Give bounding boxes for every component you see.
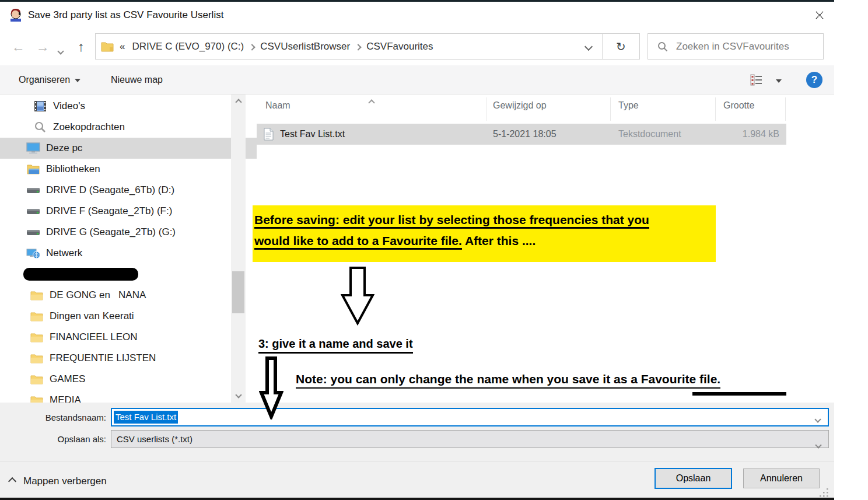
- highlight-annotation: Before saving: edit your list by selecti…: [253, 205, 716, 262]
- drive-icon: [26, 206, 41, 216]
- navigation-bar: ← → ↑ « DRIVE C (EVO_970) (C:) CSVUserli…: [0, 28, 834, 65]
- column-divider[interactable]: [486, 97, 487, 121]
- scroll-down-icon[interactable]: [231, 389, 246, 401]
- folder-icon: [29, 396, 44, 403]
- videos-icon: [33, 101, 48, 111]
- forward-icon[interactable]: →: [33, 28, 52, 65]
- folder-icon: [29, 354, 44, 363]
- filename-label: Bestandsnaam:: [0, 412, 106, 422]
- address-bar[interactable]: « DRIVE C (EVO_970) (C:) CSVUserlistBrow…: [95, 33, 640, 60]
- file-modified: 5-1-2021 18:05: [493, 124, 556, 145]
- column-divider[interactable]: [785, 97, 786, 121]
- close-icon: [815, 11, 824, 20]
- search-placeholder: Zoeken in CSVFavourites: [676, 41, 789, 53]
- organise-button[interactable]: Organiseren: [19, 65, 80, 94]
- details-view-icon[interactable]: [750, 74, 763, 86]
- cancel-button[interactable]: Annuleren: [743, 468, 820, 488]
- column-header-type[interactable]: Type: [618, 100, 639, 111]
- computer-icon: [26, 142, 41, 154]
- breadcrumb-separator-icon: [356, 41, 360, 52]
- breadcrumb-item-csvuserlistbrowser[interactable]: CSVUserlistBrowser: [260, 41, 350, 53]
- scroll-up-icon[interactable]: [231, 96, 246, 109]
- sidebar-item-dingen-van-keerati[interactable]: Dingen van Keerati: [0, 306, 260, 327]
- sidebar-item-frequentie-lijsten[interactable]: FREQUENTIE LIJSTEN: [0, 348, 260, 369]
- command-toolbar: Organiseren Nieuwe map ?: [0, 65, 834, 95]
- sidebar-item-games[interactable]: GAMES: [0, 369, 260, 390]
- folder-icon: [29, 291, 44, 300]
- save-button[interactable]: Opslaan: [654, 468, 732, 489]
- save-dialog-window: Save 3rd party list as CSV Favourite Use…: [0, 0, 868, 500]
- sidebar-item-bibliotheken[interactable]: Bibliotheken: [0, 159, 257, 180]
- text-document-icon: [264, 128, 274, 141]
- sidebar-item-deze-pc[interactable]: Deze pc: [0, 138, 257, 159]
- sidebar-item-de-gong-en-nana[interactable]: DE GONG en NANA: [0, 285, 260, 306]
- hide-folders-button[interactable]: Mappen verbergen: [9, 471, 107, 491]
- sidebar-item-drive-d[interactable]: DRIVE D (Seagate_6Tb) (D:): [0, 180, 257, 201]
- title-bar: Save 3rd party list as CSV Favourite Use…: [0, 2, 834, 28]
- scrollbar-thumb[interactable]: [232, 271, 244, 313]
- sort-ascending-icon: [369, 97, 374, 107]
- chevron-down-icon[interactable]: [816, 414, 820, 424]
- view-dropdown-icon[interactable]: [771, 75, 782, 86]
- sidebar-scrollbar[interactable]: [231, 95, 246, 403]
- column-divider[interactable]: [610, 97, 611, 121]
- drive-icon: [26, 227, 41, 237]
- up-icon[interactable]: ↑: [71, 28, 91, 65]
- filename-selected-text: Test Fav List.txt: [114, 411, 178, 424]
- folder-icon: [29, 312, 44, 321]
- file-row[interactable]: Test Fav List.txt 5-1-2021 18:05 Tekstdo…: [257, 124, 786, 145]
- resize-grip-icon[interactable]: [819, 488, 830, 497]
- search-input[interactable]: Zoeken in CSVFavourites: [648, 33, 824, 60]
- chevron-down-icon[interactable]: [816, 436, 821, 453]
- sidebar-item-videos[interactable]: Video's: [0, 96, 264, 117]
- column-header-gewijzigd-op[interactable]: Gewijzigd op: [493, 100, 547, 111]
- close-button[interactable]: [807, 5, 832, 25]
- redaction-bar: [23, 268, 138, 281]
- history-chevron-icon[interactable]: [58, 46, 63, 56]
- window-bottom-edge: [0, 498, 834, 500]
- drive-icon: [26, 185, 41, 195]
- step3-annotation: 3: give it a name and save it: [258, 337, 413, 354]
- address-dropdown-icon[interactable]: [586, 41, 592, 52]
- folder-icon: [101, 41, 114, 52]
- sidebar-item-drive-g[interactable]: DRIVE G (Seagate_2Tb) (G:): [0, 222, 257, 243]
- breadcrumb-item-csvfavourites[interactable]: CSVFavourites: [366, 41, 433, 53]
- caret-down-icon: [75, 79, 80, 82]
- save-as-type-select[interactable]: CSV userlists (*.txt): [111, 430, 829, 448]
- filename-input[interactable]: Test Fav List.txt: [111, 408, 829, 426]
- save-form-pane: Bestandsnaam: Test Fav List.txt Opslaan …: [0, 403, 834, 498]
- highlight-line2-underlined: would like to add to a Favourite file.: [254, 234, 462, 250]
- sidebar-item-financieel-leon[interactable]: FINANCIEEL LEON: [0, 327, 260, 348]
- refresh-icon[interactable]: ↻: [603, 40, 639, 54]
- window-title: Save 3rd party list as CSV Favourite Use…: [28, 2, 223, 28]
- breadcrumb-item-drive-c[interactable]: DRIVE C (EVO_970) (C:): [132, 41, 244, 53]
- sidebar-item-zoekopdrachten[interactable]: Zoekopdrachten: [0, 117, 264, 138]
- chevron-up-icon: [8, 477, 16, 485]
- search-icon: [33, 121, 48, 133]
- sidebar-item-media[interactable]: MEDIA: [0, 390, 260, 403]
- sidebar-item-drive-f[interactable]: DRIVE F (Seagate_2Tb) (F:): [0, 201, 257, 222]
- app-icon: [8, 7, 23, 22]
- search-icon: [657, 41, 668, 52]
- help-button[interactable]: ?: [806, 72, 822, 88]
- folder-icon: [29, 333, 44, 342]
- file-name: Test Fav List.txt: [280, 124, 345, 145]
- column-header-naam[interactable]: Naam: [265, 100, 290, 111]
- folder-icon: [29, 375, 44, 384]
- column-divider[interactable]: [715, 97, 716, 121]
- column-header-grootte[interactable]: Grootte: [723, 100, 754, 111]
- file-type: Tekstdocument: [618, 124, 681, 145]
- file-size: 1.984 kB: [743, 124, 779, 145]
- back-icon[interactable]: ←: [8, 28, 28, 65]
- save-as-type-label: Opslaan als:: [0, 434, 106, 444]
- save-as-type-value: CSV userlists (*.txt): [117, 434, 192, 444]
- network-icon: [26, 247, 41, 259]
- highlight-line2-tail: After this ....: [462, 234, 536, 247]
- libraries-icon: [26, 164, 41, 174]
- note-emphasis-bar: [692, 392, 786, 396]
- sidebar-item-netwerk[interactable]: Netwerk: [0, 243, 257, 264]
- new-folder-button[interactable]: Nieuwe map: [111, 65, 163, 94]
- note-annotation: Note: you can only change the name when …: [296, 372, 720, 389]
- breadcrumb-prefix: «: [120, 41, 125, 53]
- highlight-line1: Before saving: edit your list by selecti…: [254, 213, 649, 229]
